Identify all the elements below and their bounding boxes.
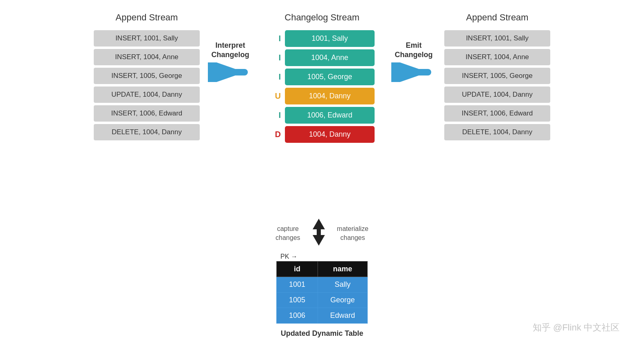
left-stream-row: DELETE, 1004, Danny — [94, 124, 200, 140]
changelog-letter-insert: I — [269, 34, 281, 43]
middle-stream-title: Changelog Stream — [285, 12, 359, 23]
changelog-pill: 1004, Anne — [285, 49, 375, 66]
svg-marker-3 — [313, 228, 325, 246]
double-arrow-icon — [309, 218, 329, 249]
changelog-row: I1005, George — [269, 69, 375, 85]
dynamic-table-body: 1001Sally1005George1006Edward — [276, 277, 367, 324]
changelog-row: I1001, Sally — [269, 30, 375, 47]
left-stream-row: INSERT, 1005, George — [94, 68, 200, 84]
changelog-letter-update: U — [269, 91, 281, 101]
table-cell: 1006 — [276, 308, 318, 324]
right-stream-row: DELETE, 1004, Danny — [444, 124, 550, 140]
interpret-arrow-section: InterpretChangelog — [204, 41, 257, 82]
table-caption: Updated Dynamic Table — [281, 329, 364, 338]
changelog-letter-insert: I — [269, 53, 281, 62]
col-name-header: name — [318, 262, 368, 277]
table-cell: 1005 — [276, 293, 318, 308]
table-row: 1006Edward — [276, 308, 367, 324]
changelog-letter-insert: I — [269, 111, 281, 120]
bottom-area: capturechanges materializechanges PK → — [276, 218, 368, 338]
left-append-stream: Append Stream INSERT, 1001, SallyINSERT,… — [90, 12, 204, 143]
left-stream-rows: INSERT, 1001, SallyINSERT, 1004, AnneINS… — [94, 30, 200, 143]
interpret-label: InterpretChangelog — [212, 41, 249, 60]
right-append-stream: Append Stream INSERT, 1001, SallyINSERT,… — [440, 12, 554, 143]
table-row: 1001Sally — [276, 277, 367, 293]
middle-stream-rows: I1001, SallyI1004, AnneI1005, GeorgeU100… — [269, 30, 375, 145]
changelog-row: I1006, Edward — [269, 107, 375, 124]
changelog-pill: 1005, George — [285, 69, 375, 85]
table-row: 1005George — [276, 293, 367, 308]
changelog-pill: 1006, Edward — [285, 107, 375, 124]
changelog-pill: 1004, Danny — [285, 88, 375, 104]
right-stream-row: UPDATE, 1004, Danny — [444, 86, 550, 103]
right-stream-rows: INSERT, 1001, SallyINSERT, 1004, AnneINS… — [444, 30, 550, 143]
right-stream-row: INSERT, 1005, George — [444, 68, 550, 84]
table-cell: 1001 — [276, 277, 318, 293]
changelog-letter-insert: I — [269, 72, 281, 82]
left-stream-row: INSERT, 1006, Edward — [94, 105, 200, 122]
right-stream-row: INSERT, 1004, Anne — [444, 49, 550, 65]
changelog-pill: 1004, Danny — [285, 126, 375, 143]
right-stream-row: INSERT, 1001, Sally — [444, 30, 550, 47]
changelog-row: I1004, Anne — [269, 49, 375, 66]
middle-changelog-stream: Changelog Stream I1001, SallyI1004, Anne… — [257, 12, 387, 145]
left-stream-row: UPDATE, 1004, Danny — [94, 86, 200, 103]
changelog-row: D1004, Danny — [269, 126, 375, 143]
table-cell: Edward — [318, 308, 368, 324]
capture-label: capturechanges — [276, 224, 300, 243]
changelog-letter-delete: D — [269, 130, 281, 139]
pk-label: PK → — [280, 253, 298, 260]
table-header-row: id name — [276, 262, 367, 277]
changelog-row: U1004, Danny — [269, 88, 375, 104]
table-cell: Sally — [318, 277, 368, 293]
emit-label: EmitChangelog — [395, 41, 433, 60]
dynamic-table-wrap: PK → id name 1001Sally1005George1006Edwa… — [276, 253, 368, 338]
diagram-container: Append Stream INSERT, 1001, SallyINSERT,… — [0, 0, 644, 346]
right-stream-title: Append Stream — [466, 12, 529, 23]
materialize-label: materializechanges — [337, 224, 368, 243]
pk-row: PK → — [280, 253, 300, 260]
capture-materialize-row: capturechanges materializechanges — [276, 218, 368, 249]
table-cell: George — [318, 293, 368, 308]
left-stream-row: INSERT, 1004, Anne — [94, 49, 200, 65]
dynamic-table: id name 1001Sally1005George1006Edward — [276, 261, 368, 324]
changelog-pill: 1001, Sally — [285, 30, 375, 47]
left-stream-title: Append Stream — [116, 12, 178, 23]
col-id-header: id — [276, 262, 318, 277]
left-stream-row: INSERT, 1001, Sally — [94, 30, 200, 47]
right-stream-row: INSERT, 1006, Edward — [444, 105, 550, 122]
emit-arrow-icon — [391, 62, 436, 82]
emit-arrow-section: EmitChangelog — [387, 41, 440, 82]
interpret-arrow-icon — [208, 62, 253, 82]
watermark: 知乎 @Flink 中文社区 — [533, 322, 620, 334]
